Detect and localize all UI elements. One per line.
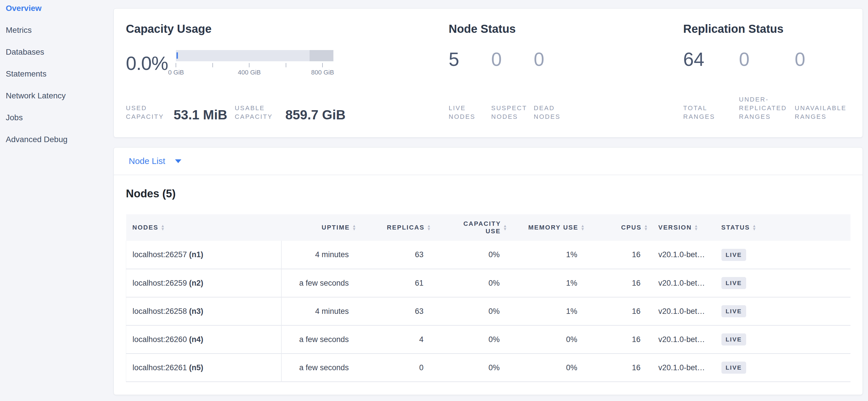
capacity-stats: USED CAPACITY 53.1 MiB USABLE CAPACITY 8… (126, 104, 449, 121)
chevron-down-icon (175, 160, 181, 163)
stat-label: UNDER-REPLICATED RANGES (739, 95, 786, 121)
column-header-content: STATUS▲▼ (713, 224, 768, 231)
sidebar-item-network-latency[interactable]: Network Latency (6, 91, 114, 101)
nodes-table: NODES▲▼UPTIME▲▼REPLICAS▲▼CAPACITY USE▲▼M… (126, 214, 850, 382)
node-id: (n1) (189, 250, 204, 259)
stat-label: TOTAL RANGES (683, 104, 731, 121)
used-capacity-label: USED CAPACITY (126, 104, 169, 121)
sidebar-item-metrics[interactable]: Metrics (6, 25, 114, 35)
sidebar-item-overview[interactable]: Overview (6, 3, 114, 13)
sidebar-item-advanced-debug[interactable]: Advanced Debug (6, 135, 114, 144)
node-list-dropdown[interactable]: Node List (114, 148, 863, 175)
cell-nodes[interactable]: localhost:26257 (n1) (126, 241, 281, 269)
capacity-usage-section: Capacity Usage 0.0% 0 GiB400 GiB800 GiB … (126, 23, 449, 121)
sidebar-item-statements[interactable]: Statements (6, 69, 114, 79)
node-address: localhost:26261 (132, 363, 187, 372)
column-header-cpus[interactable]: CPUS▲▼ (588, 214, 652, 241)
usable-capacity-value: 859.7 GiB (285, 109, 346, 121)
node-status-title: Node Status (449, 23, 683, 35)
node-status-section: Node Status 5LIVE NODES0SUSPECT NODES0DE… (449, 23, 683, 121)
stat-label: SUSPECT NODES (491, 104, 534, 121)
status-badge: LIVE (721, 249, 746, 261)
stat-live-nodes: 5LIVE NODES (449, 49, 491, 121)
cell-uptime: a few seconds (281, 269, 360, 297)
capacity-usage-title: Capacity Usage (126, 23, 449, 35)
cell-memory-use: 1% (511, 241, 588, 269)
sort-icon[interactable]: ▲▼ (581, 224, 585, 231)
cell-spacer (771, 297, 851, 325)
cell-spacer (771, 325, 851, 353)
cell-uptime: 4 minutes (281, 297, 360, 325)
node-id: (n3) (189, 307, 204, 316)
column-header-version[interactable]: VERSION▲▼ (652, 214, 713, 241)
column-header-status[interactable]: STATUS▲▼ (713, 214, 771, 241)
table-row: localhost:26259 (n2)a few seconds610%1%1… (126, 269, 851, 297)
axis-tick (286, 63, 286, 67)
cell-nodes[interactable]: localhost:26261 (n5) (126, 353, 281, 382)
cell-replicas: 4 (360, 325, 435, 353)
column-header-memory-use[interactable]: MEMORY USE▲▼ (511, 214, 588, 241)
column-header-content: VERSION▲▼ (652, 224, 711, 231)
stat-unavailable-ranges: 0UNAVAILABLE RANGES (795, 49, 850, 121)
column-header-content: NODES▲▼ (126, 224, 279, 231)
column-header-spacer (771, 214, 851, 241)
cell-memory-use: 0% (511, 325, 588, 353)
axis-tick-label: 400 GiB (238, 69, 261, 76)
cell-spacer (771, 269, 851, 297)
column-header-nodes[interactable]: NODES▲▼ (126, 214, 281, 241)
cell-version: v20.1.0-bet… (652, 241, 713, 269)
cell-nodes[interactable]: localhost:26260 (n4) (126, 325, 281, 353)
node-address: localhost:26258 (132, 307, 187, 316)
column-header-uptime[interactable]: UPTIME▲▼ (281, 214, 360, 241)
stat-suspect-nodes: 0SUSPECT NODES (491, 49, 534, 121)
cell-nodes[interactable]: localhost:26258 (n3) (126, 297, 281, 325)
sort-icon[interactable]: ▲▼ (161, 224, 165, 231)
cell-nodes[interactable]: localhost:26259 (n2) (126, 269, 281, 297)
cell-uptime: 4 minutes (281, 241, 360, 269)
table-row: localhost:26260 (n4)a few seconds40%0%16… (126, 325, 851, 353)
node-address: localhost:26260 (132, 335, 187, 344)
cell-capacity-use: 0% (435, 241, 511, 269)
column-header-replicas[interactable]: REPLICAS▲▼ (360, 214, 435, 241)
table-row: localhost:26261 (n5)a few seconds00%0%16… (126, 353, 851, 382)
sidebar-item-jobs[interactable]: Jobs (6, 113, 114, 122)
cell-uptime: a few seconds (281, 325, 360, 353)
column-header-capacity-use[interactable]: CAPACITY USE▲▼ (435, 214, 511, 241)
replication-status-title: Replication Status (683, 23, 850, 35)
column-header-content: MEMORY USE▲▼ (511, 224, 586, 231)
sort-icon[interactable]: ▲▼ (427, 224, 431, 231)
cell-status: LIVE (713, 269, 771, 297)
stat-dead-nodes: 0DEAD NODES (534, 49, 576, 121)
sidebar-item-databases[interactable]: Databases (6, 47, 114, 57)
column-label: STATUS (721, 224, 750, 231)
cell-memory-use: 0% (511, 353, 588, 382)
column-label: NODES (132, 224, 159, 231)
column-header-content: CAPACITY USE▲▼ (435, 220, 508, 235)
cell-cpus: 16 (588, 297, 652, 325)
stat-label: LIVE NODES (449, 104, 491, 121)
nodes-count-title: Nodes (5) (126, 187, 850, 200)
axis-tick-label: 0 GiB (168, 69, 184, 76)
sort-icon[interactable]: ▲▼ (352, 224, 357, 231)
axis-tick (212, 63, 213, 67)
main-content: Capacity Usage 0.0% 0 GiB400 GiB800 GiB … (114, 0, 868, 401)
node-address: localhost:26257 (132, 250, 187, 259)
sort-icon[interactable]: ▲▼ (752, 224, 757, 231)
status-badge: LIVE (721, 334, 746, 345)
stat-value: 0 (739, 49, 795, 69)
replication-status-stats: 64TOTAL RANGES0UNDER-REPLICATED RANGES0U… (683, 49, 850, 121)
stat-value: 0 (795, 49, 850, 69)
sort-icon[interactable]: ▲▼ (503, 224, 507, 231)
cell-replicas: 0 (360, 353, 435, 382)
replication-status-section: Replication Status 64TOTAL RANGES0UNDER-… (683, 23, 850, 121)
column-header-content: REPLICAS▲▼ (360, 224, 432, 231)
sort-icon[interactable]: ▲▼ (644, 224, 648, 231)
sort-icon[interactable]: ▲▼ (694, 224, 699, 231)
cell-cpus: 16 (588, 241, 652, 269)
cell-memory-use: 1% (511, 297, 588, 325)
capacity-bar-reserved-segment (310, 50, 333, 61)
stat-value: 5 (449, 49, 491, 69)
column-label: CPUS (621, 224, 642, 231)
cell-capacity-use: 0% (435, 297, 511, 325)
node-list-dropdown-label: Node List (129, 156, 165, 166)
